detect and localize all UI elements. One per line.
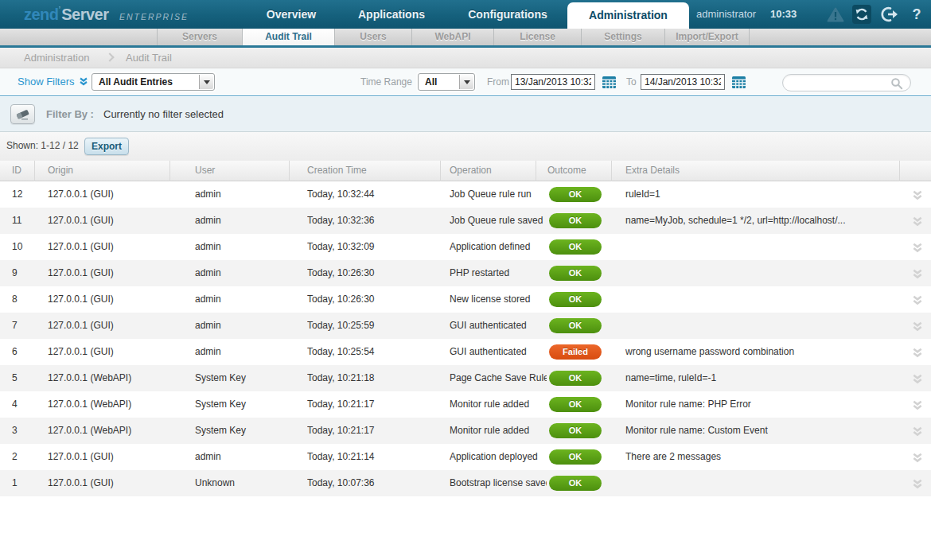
table-row[interactable]: 11 127.0.0.1 (GUI) admin Today, 10:32:36… xyxy=(0,208,931,234)
table-row[interactable]: 3 127.0.0.1 (WebAPI) System Key Today, 1… xyxy=(0,418,931,444)
refresh-icon[interactable] xyxy=(852,5,871,24)
cell-creation-time: Today, 10:21:14 xyxy=(307,444,434,470)
logo-edition: ENTERPRISE xyxy=(119,12,189,21)
cell-id: 8 xyxy=(12,286,37,313)
cell-creation-time: Today, 10:26:30 xyxy=(307,260,434,286)
table-row[interactable]: 1 127.0.0.1 (GUI) Unknown Today, 10:07:3… xyxy=(0,470,931,496)
cell-id: 4 xyxy=(12,391,37,418)
to-date-input[interactable] xyxy=(641,74,725,90)
logout-icon[interactable] xyxy=(880,5,899,24)
cell-operation: GUI authenticated xyxy=(450,339,547,365)
logo-server: Server xyxy=(61,6,108,23)
expand-row-icon[interactable] xyxy=(912,268,925,279)
col-header-user[interactable]: User xyxy=(195,161,215,181)
time-range-select[interactable]: All xyxy=(418,73,475,91)
search-icon[interactable] xyxy=(890,77,903,90)
cell-operation: Job Queue rule run xyxy=(450,181,547,208)
expand-row-icon[interactable] xyxy=(912,216,925,227)
expand-row-icon[interactable] xyxy=(912,242,925,253)
table-row[interactable]: 7 127.0.0.1 (GUI) admin Today, 10:25:59 … xyxy=(0,313,931,339)
cell-creation-time: Today, 10:32:44 xyxy=(307,181,434,208)
breadcrumb-chevron-icon xyxy=(105,52,114,61)
nav-administration[interactable]: Administration xyxy=(567,2,689,29)
show-filters-link[interactable]: Show Filters xyxy=(18,68,88,95)
expand-row-icon[interactable] xyxy=(912,189,925,200)
tab-license[interactable]: License xyxy=(493,29,581,45)
warning-icon[interactable] xyxy=(826,5,845,24)
calendar-icon[interactable] xyxy=(602,76,616,91)
cell-creation-time: Today, 10:32:36 xyxy=(307,208,434,234)
tab-webapi[interactable]: WebAPI xyxy=(411,29,493,45)
table-row[interactable]: 4 127.0.0.1 (WebAPI) System Key Today, 1… xyxy=(0,391,931,418)
cell-extra-details: wrong username password combination xyxy=(625,339,896,365)
cell-id: 5 xyxy=(12,365,37,391)
cell-operation: Application defined xyxy=(450,234,547,260)
table-row[interactable]: 2 127.0.0.1 (GUI) admin Today, 10:21:14 … xyxy=(0,444,931,470)
zend-server-logo: zend’Server ENTERPRISE xyxy=(24,5,189,24)
cell-operation: Job Queue rule saved xyxy=(450,208,547,234)
cell-origin: 127.0.0.1 (WebAPI) xyxy=(48,391,167,418)
clear-filter-button[interactable] xyxy=(10,104,35,124)
cell-creation-time: Today, 10:25:54 xyxy=(307,339,434,365)
export-button[interactable]: Export xyxy=(84,138,129,155)
filter-bar: Show Filters All Audit Entries Time Rang… xyxy=(0,68,931,96)
time-range-label: Time Range xyxy=(360,68,412,95)
col-header-id[interactable]: ID xyxy=(12,161,21,181)
cell-user: admin xyxy=(195,313,286,339)
cell-creation-time: Today, 10:25:59 xyxy=(307,313,434,339)
col-header-operation[interactable]: Operation xyxy=(450,161,492,181)
cell-creation-time: Today, 10:26:30 xyxy=(307,286,434,313)
expand-row-icon[interactable] xyxy=(912,426,925,437)
cell-id: 7 xyxy=(12,313,37,339)
column-separator xyxy=(611,161,612,181)
cell-id: 6 xyxy=(12,339,37,365)
cell-user: admin xyxy=(195,286,286,313)
search-input[interactable] xyxy=(793,76,888,89)
cell-origin: 127.0.0.1 (GUI) xyxy=(48,470,167,496)
nav-applications[interactable]: Applications xyxy=(353,0,430,29)
expand-row-icon[interactable] xyxy=(912,294,925,305)
cell-extra-details: name=MyJob, schedule=1 */2, url=http://l… xyxy=(625,208,896,234)
breadcrumb-parent[interactable]: Administration xyxy=(24,48,89,68)
expand-row-icon[interactable] xyxy=(912,373,925,384)
cell-creation-time: Today, 10:21:17 xyxy=(307,418,434,444)
audit-entries-select[interactable]: All Audit Entries xyxy=(92,73,215,91)
expand-row-icon[interactable] xyxy=(912,321,925,332)
table-row[interactable]: 5 127.0.0.1 (WebAPI) System Key Today, 1… xyxy=(0,365,931,391)
outcome-badge: OK xyxy=(549,397,602,412)
cell-origin: 127.0.0.1 (GUI) xyxy=(48,313,167,339)
list-meta-bar: Shown: 1-12 / 12 Export xyxy=(0,132,931,161)
tab-servers[interactable]: Servers xyxy=(157,29,242,45)
nav-overview[interactable]: Overview xyxy=(256,0,326,29)
table-row[interactable]: 9 127.0.0.1 (GUI) admin Today, 10:26:30 … xyxy=(0,260,931,286)
col-header-origin[interactable]: Origin xyxy=(48,161,73,181)
calendar-icon[interactable] xyxy=(732,76,746,91)
table-row[interactable]: 8 127.0.0.1 (GUI) admin Today, 10:26:30 … xyxy=(0,286,931,313)
cell-user: System Key xyxy=(195,418,286,444)
from-date-input[interactable] xyxy=(511,74,595,90)
tab-import-export[interactable]: Import/Export xyxy=(664,29,750,45)
cell-id: 10 xyxy=(12,234,37,260)
help-icon[interactable]: ? xyxy=(907,5,926,24)
col-header-extra-details[interactable]: Extra Details xyxy=(625,161,680,181)
outcome-badge: Failed xyxy=(549,344,602,360)
cell-id: 12 xyxy=(12,181,37,208)
table-row[interactable]: 10 127.0.0.1 (GUI) admin Today, 10:32:09… xyxy=(0,234,931,260)
col-header-creation-time[interactable]: Creation Time xyxy=(307,161,367,181)
outcome-badge: OK xyxy=(549,213,602,228)
filter-by-label: Filter By : xyxy=(46,97,94,131)
expand-row-icon[interactable] xyxy=(912,399,925,410)
cell-id: 9 xyxy=(12,260,37,286)
tab-users[interactable]: Users xyxy=(334,29,411,45)
expand-row-icon[interactable] xyxy=(912,478,925,489)
logo-tick: ’ xyxy=(59,5,61,16)
col-header-outcome[interactable]: Outcome xyxy=(547,161,586,181)
expand-row-icon[interactable] xyxy=(912,452,925,463)
table-row[interactable]: 12 127.0.0.1 (GUI) admin Today, 10:32:44… xyxy=(0,181,931,208)
expand-row-icon[interactable] xyxy=(912,347,925,358)
tab-settings[interactable]: Settings xyxy=(581,29,664,45)
tab-audit-trail[interactable]: Audit Trail xyxy=(242,29,334,45)
eraser-icon xyxy=(15,108,30,120)
nav-configurations[interactable]: Configurations xyxy=(464,0,551,29)
table-row[interactable]: 6 127.0.0.1 (GUI) admin Today, 10:25:54 … xyxy=(0,339,931,365)
